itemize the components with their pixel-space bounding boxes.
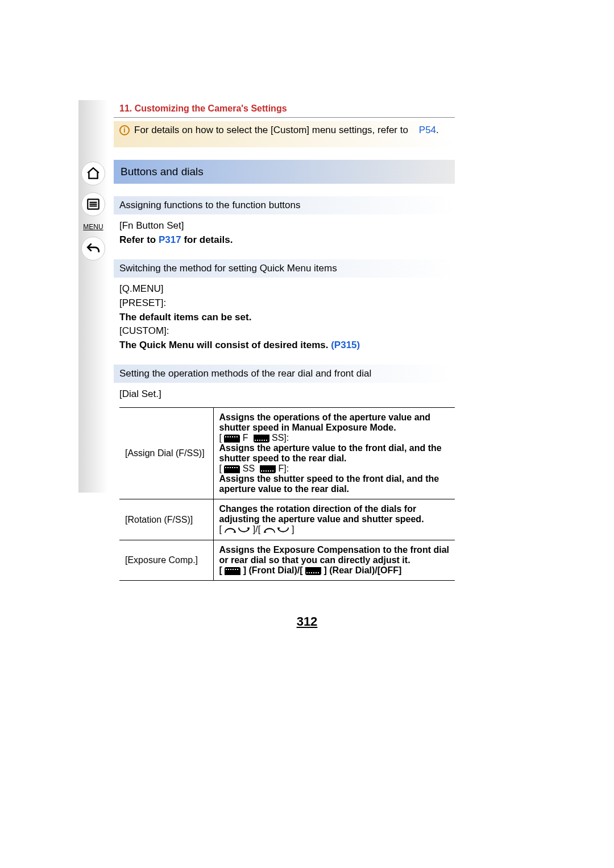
table-row: [Assign Dial (F/SS)] Assigns the operati…: [119, 408, 455, 499]
rear-dial-icon: [260, 465, 276, 473]
opt-off: [OFF]: [377, 565, 402, 575]
custom-label: [CUSTOM]:: [119, 324, 449, 338]
opt2-desc: Assigns the shutter speed to the front d…: [219, 474, 450, 494]
page-number: 312: [0, 614, 614, 629]
row-desc: Assigns the Exposure Compensation to the…: [219, 545, 450, 565]
period: .: [436, 125, 439, 135]
refer-prefix: Refer to: [119, 234, 159, 245]
list-button[interactable]: [81, 192, 105, 216]
custom-link[interactable]: (P315): [331, 340, 360, 350]
qmenu-item: [Q.MENU]: [119, 282, 449, 296]
refer-link[interactable]: P317: [159, 234, 181, 245]
opt2-suffix: F]:: [279, 464, 289, 473]
back-icon: [86, 241, 101, 256]
section-header: Buttons and dials: [114, 160, 455, 184]
opt-rear: ] (Rear Dial)/: [324, 565, 377, 575]
dial-settings-table: [Assign Dial (F/SS)] Assigns the operati…: [119, 407, 455, 581]
subheader-qmenu: Switching the method for setting Quick M…: [114, 259, 455, 278]
table-row: [Exposure Comp.] Assigns the Exposure Co…: [119, 540, 455, 580]
front-dial-icon: [225, 567, 240, 575]
row-desc: Changes the rotation direction of the di…: [219, 504, 450, 524]
info-link[interactable]: P54: [419, 125, 436, 135]
rotation-ccw-icon: [263, 525, 289, 535]
info-banner: i For details on how to select the [Cust…: [114, 121, 455, 147]
opt1-desc: Assigns the aperture value to the front …: [219, 443, 450, 464]
list-icon: [86, 197, 101, 212]
table-row: [Rotation (F/SS)] Changes the rotation d…: [119, 499, 455, 540]
opt-front: ] (Front Dial)/: [243, 565, 300, 575]
rear-dial-icon: [305, 567, 321, 575]
dial-item: [Dial Set.]: [119, 387, 449, 402]
preset-desc: The default items can be set.: [119, 311, 449, 325]
rear-dial-icon: [254, 435, 269, 443]
opt1-suffix: SS]:: [272, 433, 289, 443]
row-label: [Assign Dial (F/SS)]: [119, 408, 213, 499]
home-button[interactable]: [81, 162, 105, 185]
custom-desc: The Quick Menu will consist of desired i…: [119, 340, 331, 350]
fn-item: [Fn Button Set]: [119, 219, 449, 233]
subheader-dial: Setting the operation methods of the rea…: [114, 365, 455, 383]
subheader-fn: Assigning functions to the function butt…: [114, 196, 455, 214]
chapter-title: Customizing the Camera's Settings: [135, 104, 287, 113]
row-desc: Assigns the operations of the aperture v…: [219, 412, 450, 433]
info-icon: i: [119, 125, 130, 135]
refer-suffix: for details.: [181, 234, 233, 245]
preset-label: [PRESET]:: [119, 296, 449, 311]
chapter-heading: 11. Customizing the Camera's Settings: [114, 100, 455, 117]
home-icon: [86, 166, 101, 181]
menu-button[interactable]: MENU: [83, 223, 103, 231]
front-dial-icon: [224, 465, 240, 473]
divider: [114, 117, 455, 118]
chapter-number: 11.: [119, 104, 132, 113]
row-label: [Rotation (F/SS)]: [119, 499, 213, 540]
front-dial-icon: [224, 435, 240, 443]
back-button[interactable]: [81, 237, 105, 261]
row-label: [Exposure Comp.]: [119, 540, 213, 580]
rotation-cw-icon: [224, 525, 250, 535]
info-text: For details on how to select the [Custom…: [134, 125, 408, 135]
